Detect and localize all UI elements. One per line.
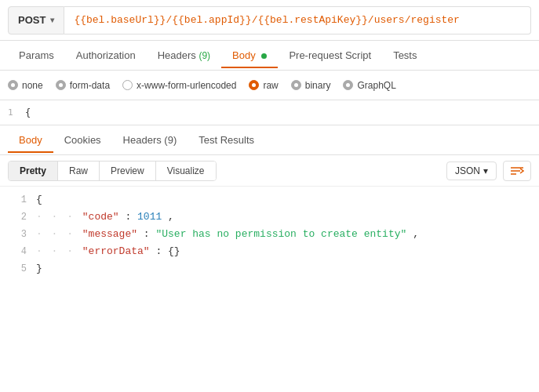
radio-urlencoded-circle (122, 80, 133, 90)
json-response-view: 1 { 2 · · · "code" : 1011 , 3 · · · "mes… (0, 187, 539, 282)
result-tab-body[interactable]: Body (8, 128, 53, 152)
format-visualize[interactable]: Visualize (156, 162, 216, 180)
json-line-5: 5 } (0, 260, 539, 278)
body-dot (261, 53, 267, 59)
result-tab-cookies[interactable]: Cookies (53, 128, 112, 152)
format-preview[interactable]: Preview (100, 162, 156, 180)
radio-binary[interactable]: binary (291, 80, 331, 91)
editor-input[interactable] (25, 107, 41, 118)
method-label: POST (18, 14, 46, 26)
method-select[interactable]: POST ▾ (8, 6, 64, 34)
radio-urlencoded[interactable]: x-www-form-urlencoded (122, 80, 236, 91)
radio-raw-circle (249, 80, 259, 90)
radio-graphql[interactable]: GraphQL (343, 80, 395, 91)
json-type-select[interactable]: JSON ▾ (446, 162, 497, 180)
radio-none-circle (8, 80, 18, 90)
json-line-4: 4 · · · "errorData" : {} (0, 243, 539, 260)
json-line-1: 1 { (0, 191, 539, 209)
radio-binary-circle (291, 80, 301, 90)
method-chevron: ▾ (50, 16, 54, 24)
radio-raw[interactable]: raw (249, 80, 278, 91)
json-type-wrap: JSON ▾ (446, 161, 531, 181)
tab-headers[interactable]: Headers (9) (147, 43, 221, 67)
format-button-group: Pretty Raw Preview Visualize (8, 161, 217, 181)
wrap-button[interactable] (503, 161, 531, 181)
result-tab-bar: Body Cookies Headers (9) Test Results (0, 125, 539, 155)
url-bar: POST ▾ (0, 0, 539, 41)
radio-form-data-circle (56, 80, 66, 90)
url-input[interactable] (64, 6, 531, 34)
editor-input-row: 1 (0, 100, 539, 125)
tab-tests[interactable]: Tests (382, 43, 428, 67)
top-tab-bar: Params Authorization Headers (9) Body Pr… (0, 41, 539, 71)
format-bar: Pretty Raw Preview Visualize JSON ▾ (0, 155, 539, 187)
json-type-label: JSON (455, 165, 480, 176)
editor-line-number: 1 (8, 107, 20, 118)
radio-form-data[interactable]: form-data (56, 80, 110, 91)
radio-none[interactable]: none (8, 80, 43, 91)
tab-pre-request[interactable]: Pre-request Script (278, 43, 382, 67)
result-tab-headers[interactable]: Headers (9) (112, 128, 188, 152)
json-chevron-icon: ▾ (483, 165, 488, 176)
result-tab-test-results[interactable]: Test Results (188, 128, 265, 152)
json-line-3: 3 · · · "message" : "User has no permiss… (0, 226, 539, 243)
radio-graphql-circle (343, 80, 353, 90)
json-line-2: 2 · · · "code" : 1011 , (0, 209, 539, 226)
wrap-icon (510, 165, 524, 176)
tab-body[interactable]: Body (221, 43, 278, 67)
format-raw[interactable]: Raw (58, 162, 100, 180)
tab-authorization[interactable]: Authorization (65, 43, 147, 67)
format-pretty[interactable]: Pretty (9, 162, 58, 180)
body-type-bar: none form-data x-www-form-urlencoded raw… (0, 71, 539, 100)
tab-params[interactable]: Params (8, 43, 65, 67)
